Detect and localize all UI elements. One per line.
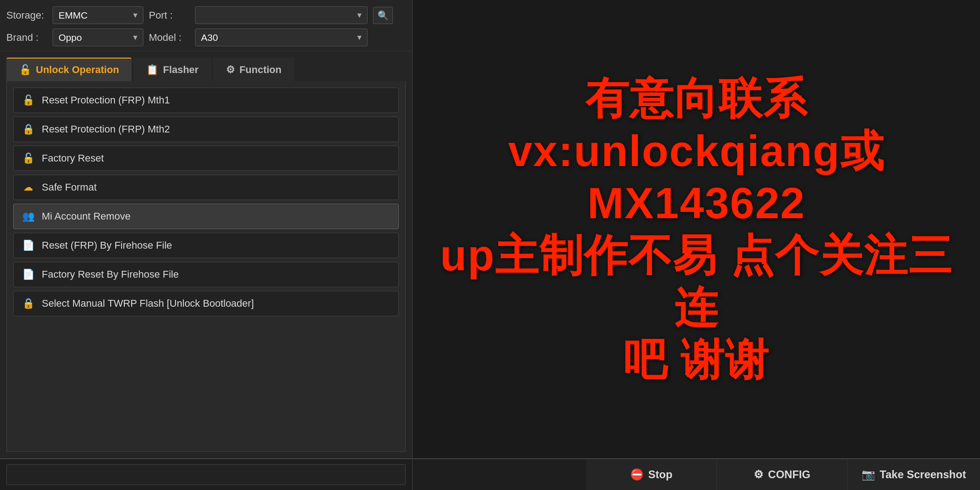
- brand-row: Brand : Oppo Samsung Xiaomi ▼ Model : A3…: [6, 29, 406, 46]
- screenshot-label: Take Screenshot: [880, 468, 966, 481]
- tab-function[interactable]: ⚙ Function: [213, 58, 294, 81]
- port-search-button[interactable]: 🔍: [373, 7, 393, 24]
- factory-firehose-icon: 📄: [22, 269, 34, 280]
- right-content: 有意向联系vx:unlockqiang或 MX143622 up主制作不易 点个…: [413, 0, 980, 458]
- factory-firehose-label: Factory Reset By Firehose File: [42, 269, 179, 280]
- left-panel: Storage: EMMC UFS SD ▼ Port : ▼ 🔍: [0, 0, 413, 490]
- overlay-line-1: 有意向联系vx:unlockqiang或: [431, 72, 962, 176]
- action-bar: ⛔ Stop ⚙ CONFIG 📷 Take Screenshot: [413, 458, 980, 490]
- top-controls: Storage: EMMC UFS SD ▼ Port : ▼ 🔍: [0, 0, 412, 51]
- brand-label: Brand :: [6, 32, 47, 44]
- unlock-tab-icon: 🔓: [19, 64, 31, 76]
- config-button[interactable]: ⚙ CONFIG: [717, 459, 848, 490]
- tab-unlock-label: Unlock Operation: [36, 64, 119, 76]
- bottom-log-bar: [0, 458, 412, 490]
- tab-function-label: Function: [240, 64, 282, 76]
- model-select[interactable]: A30 A50 A70: [195, 29, 368, 46]
- right-panel: 有意向联系vx:unlockqiang或 MX143622 up主制作不易 点个…: [413, 0, 980, 490]
- tabs-row: 🔓 Unlock Operation 📋 Flasher ⚙ Function: [0, 51, 412, 81]
- port-label: Port :: [149, 10, 190, 21]
- screenshot-button[interactable]: 📷 Take Screenshot: [848, 459, 980, 490]
- twrp-icon: 🔒: [22, 298, 34, 309]
- twrp-label: Select Manual TWRP Flash [Unlock Bootloa…: [42, 298, 254, 309]
- overlay-text: 有意向联系vx:unlockqiang或 MX143622 up主制作不易 点个…: [413, 0, 980, 458]
- mi-account-icon: 👥: [22, 211, 34, 222]
- port-select-wrapper: ▼: [195, 6, 368, 24]
- overlay-line-4: 吧 谢谢: [623, 333, 770, 386]
- function-tab-icon: ⚙: [226, 64, 235, 76]
- tab-flasher-label: Flasher: [163, 64, 198, 76]
- menu-item-frp-mth1[interactable]: 🔓 Reset Protection (FRP) Mth1: [13, 88, 399, 113]
- tab-unlock-operation[interactable]: 🔓 Unlock Operation: [6, 58, 132, 81]
- frp2-icon: 🔒: [22, 123, 34, 135]
- menu-list: 🔓 Reset Protection (FRP) Mth1 🔒 Reset Pr…: [7, 81, 405, 323]
- brand-select[interactable]: Oppo Samsung Xiaomi: [53, 29, 143, 46]
- overlay-line-2: MX143622: [588, 177, 805, 229]
- reset-firehose-label: Reset (FRP) By Firehose File: [42, 240, 172, 251]
- stop-label: Stop: [648, 468, 672, 481]
- model-label: Model :: [149, 32, 190, 44]
- storage-select-wrapper: EMMC UFS SD ▼: [53, 6, 143, 24]
- action-bar-spacer: [413, 459, 586, 490]
- stop-icon: ⛔: [630, 468, 644, 481]
- menu-item-reset-firehose[interactable]: 📄 Reset (FRP) By Firehose File: [13, 233, 399, 258]
- flasher-tab-icon: 📋: [146, 64, 158, 76]
- menu-item-frp-mth2[interactable]: 🔒 Reset Protection (FRP) Mth2: [13, 117, 399, 142]
- storage-label: Storage:: [6, 10, 47, 21]
- reset-firehose-icon: 📄: [22, 240, 34, 251]
- model-select-wrapper: A30 A50 A70 ▼: [195, 29, 368, 46]
- menu-item-mi-account[interactable]: 👥 Mi Account Remove: [13, 204, 399, 229]
- menu-item-factory-firehose[interactable]: 📄 Factory Reset By Firehose File: [13, 262, 399, 287]
- camera-icon: 📷: [862, 468, 875, 481]
- menu-item-twrp-flash[interactable]: 🔒 Select Manual TWRP Flash [Unlock Bootl…: [13, 291, 399, 316]
- factory-reset-icon: 🔓: [22, 152, 34, 164]
- menu-item-safe-format[interactable]: ☁ Safe Format: [13, 175, 399, 200]
- log-input[interactable]: [6, 464, 406, 485]
- mi-account-label: Mi Account Remove: [42, 211, 131, 222]
- safe-format-icon: ☁: [22, 181, 34, 193]
- storage-row: Storage: EMMC UFS SD ▼ Port : ▼ 🔍: [6, 6, 406, 24]
- safe-format-label: Safe Format: [42, 181, 97, 193]
- frp2-label: Reset Protection (FRP) Mth2: [42, 123, 170, 135]
- port-select[interactable]: [195, 6, 368, 24]
- content-area: 🔓 Reset Protection (FRP) Mth1 🔒 Reset Pr…: [6, 81, 406, 452]
- overlay-line-3: up主制作不易 点个关注三连: [431, 229, 962, 333]
- tab-flasher[interactable]: 📋 Flasher: [133, 58, 211, 81]
- brand-select-wrapper: Oppo Samsung Xiaomi ▼: [53, 29, 143, 46]
- config-label: CONFIG: [768, 468, 810, 481]
- storage-select[interactable]: EMMC UFS SD: [53, 6, 143, 24]
- menu-item-factory-reset[interactable]: 🔓 Factory Reset: [13, 146, 399, 171]
- factory-reset-label: Factory Reset: [42, 152, 104, 164]
- frp1-label: Reset Protection (FRP) Mth1: [42, 94, 170, 106]
- frp1-icon: 🔓: [22, 94, 34, 106]
- stop-button[interactable]: ⛔ Stop: [586, 459, 717, 490]
- search-icon: 🔍: [377, 10, 389, 21]
- config-icon: ⚙: [754, 468, 764, 481]
